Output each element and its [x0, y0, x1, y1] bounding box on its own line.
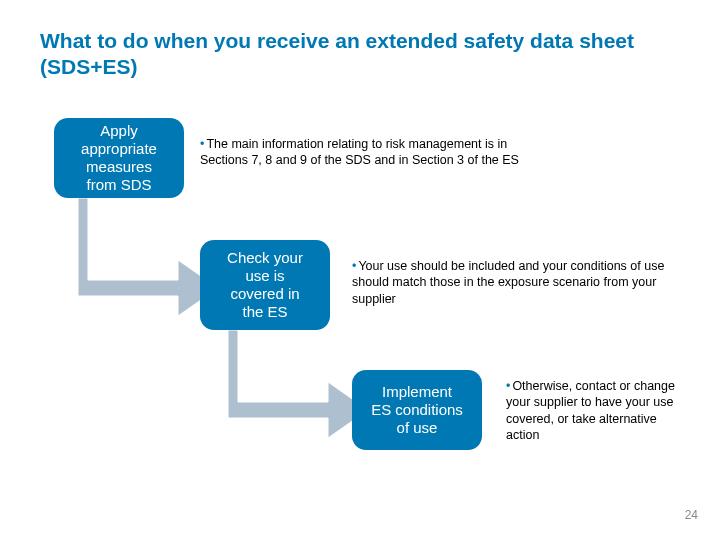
- page-number: 24: [685, 508, 698, 522]
- step-2-box: Check youruse iscovered inthe ES: [200, 240, 330, 330]
- page-title: What to do when you receive an extended …: [40, 28, 660, 81]
- bullet-icon: •: [352, 259, 356, 273]
- bullet-icon: •: [200, 137, 204, 151]
- step-1-box: Applyappropriatemeasuresfrom SDS: [54, 118, 184, 198]
- step-3-label: ImplementES conditionsof use: [371, 383, 463, 437]
- step-2-note: •Your use should be included and your co…: [352, 258, 672, 307]
- step-1-note-text: The main information relating to risk ma…: [200, 137, 519, 167]
- step-1-note: •The main information relating to risk m…: [200, 136, 520, 169]
- bullet-icon: •: [506, 379, 510, 393]
- step-2-note-text: Your use should be included and your con…: [352, 259, 664, 306]
- arrow-2-icon: [228, 330, 368, 440]
- step-2-label: Check youruse iscovered inthe ES: [227, 249, 303, 321]
- step-3-box: ImplementES conditionsof use: [352, 370, 482, 450]
- step-1-label: Applyappropriatemeasuresfrom SDS: [81, 122, 157, 194]
- step-3-note-text: Otherwise, contact or change your suppli…: [506, 379, 675, 442]
- arrow-1-icon: [78, 198, 218, 318]
- step-3-note: •Otherwise, contact or change your suppl…: [506, 378, 686, 443]
